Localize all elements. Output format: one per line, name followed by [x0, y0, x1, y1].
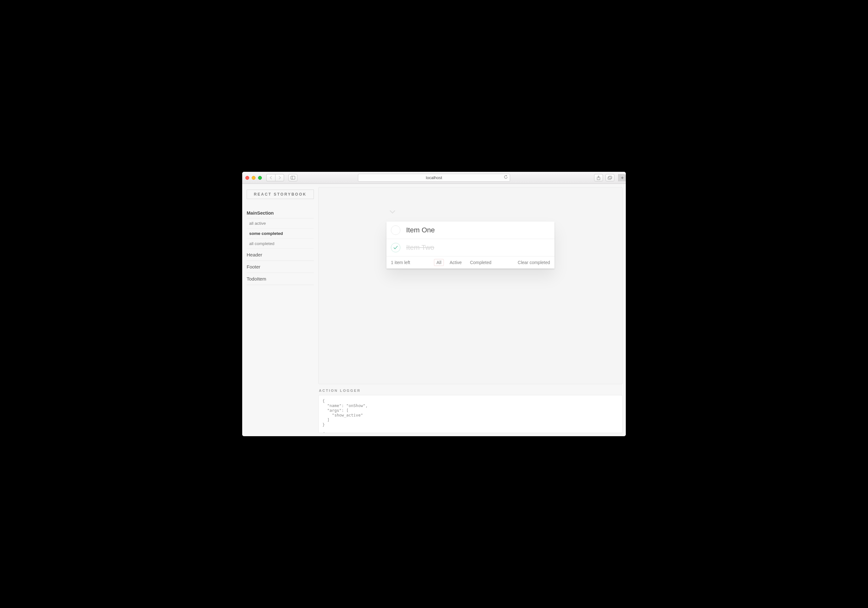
svg-rect-4 — [608, 177, 611, 180]
back-button[interactable] — [266, 174, 275, 181]
browser-window: localhost REACT STORYBOOK MainSection al… — [242, 172, 626, 436]
action-logger: { "name": "onShow", "args": [ "show_acti… — [318, 395, 623, 433]
address-bar[interactable]: localhost — [358, 174, 510, 181]
todo-list: Item One Item Two 1 item left All — [386, 222, 555, 268]
storybook-sidebar: REACT STORYBOOK MainSection all active s… — [242, 184, 318, 436]
todo-label: Item Two — [406, 244, 434, 252]
tabs-button[interactable] — [606, 174, 614, 181]
kind-heading[interactable]: MainSection — [246, 206, 314, 219]
kind-todoitem[interactable]: TodoItem — [246, 273, 314, 285]
todo-item[interactable]: Item Two — [386, 239, 555, 256]
svg-rect-0 — [291, 176, 295, 180]
kind-footer[interactable]: Footer — [246, 261, 314, 273]
filter-active[interactable]: Active — [447, 259, 464, 266]
main-area: Item One Item Two 1 item left All — [318, 184, 626, 436]
share-button[interactable] — [594, 174, 603, 181]
zoom-window-button[interactable] — [258, 176, 262, 180]
brand-badge: REACT STORYBOOK — [246, 189, 314, 199]
filter-all[interactable]: All — [434, 259, 444, 266]
minimize-window-button[interactable] — [252, 176, 256, 180]
nav-buttons — [266, 174, 284, 181]
svg-rect-5 — [609, 176, 612, 178]
filter-completed[interactable]: Completed — [467, 259, 494, 266]
address-text: localhost — [426, 175, 442, 180]
close-window-button[interactable] — [245, 176, 249, 180]
content: REACT STORYBOOK MainSection all active s… — [242, 184, 626, 436]
new-tab-button[interactable] — [618, 174, 626, 181]
story-some-completed[interactable]: some completed — [246, 228, 314, 239]
action-logger-title: ACTION LOGGER — [319, 389, 623, 392]
todo-label: Item One — [406, 226, 435, 234]
todo-item[interactable]: Item One — [386, 222, 555, 239]
preview-pane: Item One Item Two 1 item left All — [318, 187, 623, 384]
todo-footer: 1 item left All Active Completed Clear c… — [386, 256, 555, 268]
todo-app: Item One Item Two 1 item left All — [386, 222, 555, 268]
reload-icon[interactable] — [504, 175, 508, 179]
clear-completed-button[interactable]: Clear completed — [518, 260, 550, 265]
titlebar: localhost — [242, 172, 626, 184]
todo-checkbox-checked[interactable] — [391, 243, 400, 252]
sidebar-toggle-button[interactable] — [288, 174, 298, 181]
kind-header[interactable]: Header — [246, 249, 314, 261]
items-left-text: 1 item left — [391, 260, 410, 265]
story-all-completed[interactable]: all completed — [246, 239, 314, 249]
forward-button[interactable] — [275, 174, 284, 181]
filter-group: All Active Completed — [434, 259, 494, 266]
toggle-all-icon[interactable] — [389, 209, 396, 214]
window-controls — [245, 176, 262, 180]
todo-checkbox[interactable] — [391, 225, 400, 235]
story-all-active[interactable]: all active — [246, 219, 314, 228]
